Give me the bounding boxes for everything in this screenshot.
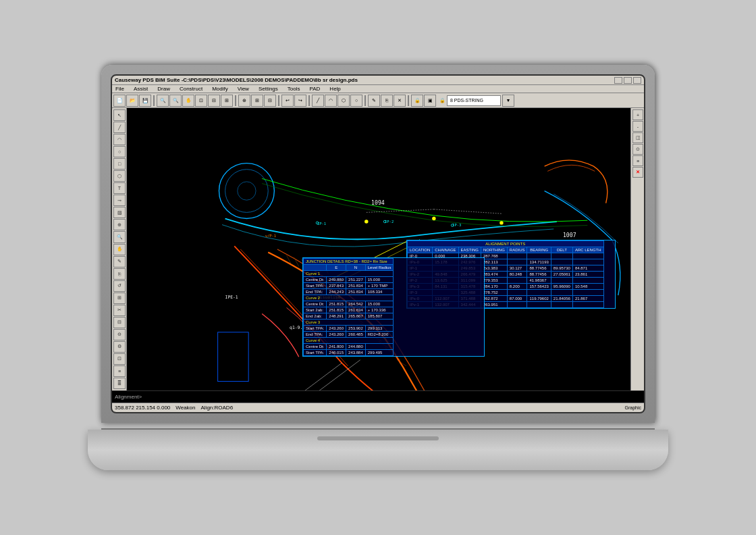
toolbar-arc[interactable]: ◠ — [325, 95, 337, 107]
laptop-base — [88, 430, 668, 470]
toolbar-zoom-out[interactable]: 🔍 — [169, 95, 182, 107]
menu-construct[interactable]: Construct — [178, 86, 205, 92]
junc-col-n: N — [346, 265, 366, 271]
junc-curve2-centre: Centre Dt:251.815264.54215.000 — [304, 301, 394, 307]
close-button[interactable]: ✕ — [633, 77, 641, 84]
right-btn-view[interactable]: ◫ — [632, 132, 643, 143]
menu-file[interactable]: File — [113, 86, 126, 92]
left-btn-snap[interactable]: ⊕ — [113, 219, 126, 230]
right-btn-close[interactable]: ✕ — [632, 167, 643, 178]
toolbar-zoom-all[interactable]: ⊡ — [195, 95, 207, 107]
toolbar-snap[interactable]: ⊕ — [238, 95, 250, 107]
canvas-area[interactable]: 1094 1003 1007 ToI IPE-1 q1-9.d visualis… — [127, 108, 630, 390]
right-btn-zoom-in[interactable]: + — [632, 109, 643, 120]
menu-help[interactable]: Help — [327, 86, 342, 92]
menu-bar: File Assist Draw Construct Modify View S… — [112, 85, 644, 93]
svg-point-24 — [364, 220, 368, 223]
toolbar-circle[interactable]: ○ — [350, 95, 362, 107]
toolbar-sep-3 — [278, 95, 279, 106]
minimize-button[interactable]: — — [614, 77, 622, 84]
svg-text:1094: 1094 — [371, 199, 385, 206]
right-btn-zoom-out[interactable]: - — [632, 121, 643, 132]
toolbar-copy[interactable]: ⎘ — [381, 95, 393, 107]
col-chainage: CHAINAGE — [433, 247, 458, 253]
left-btn-layer[interactable]: ≡ — [113, 365, 126, 377]
left-btn-extend[interactable]: ⊟ — [113, 317, 126, 328]
toolbar-sep-4 — [308, 95, 310, 106]
toolbar-grid[interactable]: ⊞ — [251, 95, 263, 107]
svg-text:IPE-1: IPE-1 — [225, 295, 238, 299]
toolbar-pan[interactable]: ✋ — [182, 95, 194, 107]
junc-curve4-label: Curve 4 — [304, 338, 394, 344]
left-btn-move[interactable]: ✎ — [113, 256, 126, 268]
menu-modify[interactable]: Modify — [210, 86, 230, 92]
left-btn-line[interactable]: ╱ — [113, 122, 126, 133]
svg-point-26 — [500, 221, 503, 224]
lock-icon: 🔒 — [439, 98, 446, 103]
junc-curve3-start: Start TPA:243.260253.902299.313 — [304, 326, 394, 332]
col-delt: DELT — [551, 247, 572, 253]
left-btn-circle[interactable]: ○ — [113, 146, 126, 157]
menu-tools[interactable]: Tools — [286, 86, 302, 92]
left-btn-cursor[interactable]: ↖ — [113, 109, 126, 121]
alignment-table-title: ALIGNMENT POINTS — [408, 241, 604, 247]
left-btn-copy[interactable]: ⎘ — [113, 268, 126, 280]
toolbar-open[interactable]: 📂 — [126, 95, 138, 107]
right-btn-layer[interactable]: ≡ — [632, 155, 643, 166]
svg-text:v/P-1: v/P-1 — [265, 234, 276, 238]
maximize-button[interactable]: □ — [624, 77, 632, 84]
toolbar-zoom-in[interactable]: 🔍 — [157, 95, 169, 107]
col-arc-length: ARC LENGTH — [572, 247, 603, 253]
left-btn-zoom[interactable]: 🔍 — [113, 231, 126, 243]
junc-curve2-end: End 2ab:248.291265.867185.807 — [304, 313, 394, 320]
left-btn-rect[interactable]: □ — [113, 158, 126, 170]
left-btn-trim[interactable]: ✂ — [113, 305, 126, 316]
left-btn-prop[interactable]: ⚙ — [113, 341, 126, 353]
menu-assist[interactable]: Assist — [132, 86, 150, 92]
left-btn-break[interactable]: ⊖ — [113, 329, 126, 340]
toolbar-lock-icon[interactable]: 🔒 — [411, 95, 423, 107]
layer-dropdown[interactable]: 8 PDS-STRING — [447, 95, 501, 106]
left-btn-text[interactable]: T — [113, 182, 126, 194]
junc-curve1-end: End TPA:244.243251.834108.334 — [304, 289, 394, 295]
toolbar-zoom-win[interactable]: ⊟ — [208, 95, 220, 107]
toolbar-ortho[interactable]: ⊟ — [264, 95, 276, 107]
junc-curve4-centre: Centre Dt:241.800244.880 — [304, 344, 394, 350]
toolbar-new[interactable]: 📄 — [113, 95, 126, 107]
left-btn-scale[interactable]: ⊞ — [113, 292, 126, 304]
left-btn-rotate[interactable]: ↺ — [113, 280, 126, 292]
left-btn-poly[interactable]: ⬡ — [113, 170, 126, 182]
left-btn-hatch[interactable]: ▨ — [113, 207, 126, 218]
menu-pad[interactable]: PAD — [308, 86, 323, 92]
toolbar-zoom-prev[interactable]: ⊞ — [221, 95, 233, 107]
command-line[interactable]: Alignment> — [112, 390, 644, 403]
toolbar-undo[interactable]: ↩ — [281, 95, 294, 107]
right-btn-snap[interactable]: ⊙ — [632, 144, 643, 155]
left-btn-attr[interactable]: ≣ — [113, 378, 126, 389]
toolbar-redo[interactable]: ↪ — [294, 95, 306, 107]
left-btn-measure[interactable]: ⊡ — [113, 353, 126, 365]
layer-dropdown-arrow[interactable]: ▼ — [502, 95, 514, 107]
col-bearing: BEARING — [527, 247, 551, 253]
left-btn-dim[interactable]: ⊸ — [113, 195, 126, 206]
menu-draw[interactable]: Draw — [155, 86, 172, 92]
toolbar-color[interactable]: ▣ — [424, 95, 436, 107]
toolbar-line[interactable]: ╱ — [312, 95, 324, 107]
snap-mode: Align:ROAD6 — [201, 405, 234, 411]
menu-view[interactable]: View — [236, 86, 251, 92]
laptop-lid: Causeway PDS BIM Suite -C:\PDS\PDS\V23\M… — [101, 65, 655, 423]
junc-curve2-start: Start 2ab:251.815261.634+ 170.336 — [304, 307, 394, 313]
toolbar-save[interactable]: 💾 — [139, 95, 151, 107]
junc-col-e: E — [327, 265, 346, 271]
left-btn-arc[interactable]: ◠ — [113, 134, 126, 145]
graphic-label: Graphic — [624, 405, 641, 410]
junc-curve1-centre: Centre Dt:249.880251.22715.000 — [304, 277, 394, 283]
main-toolbar: 📄 📂 💾 🔍 🔍 ✋ ⊡ ⊟ ⊞ ⊕ ⊞ ⊟ ↩ ↪ — [112, 93, 644, 108]
toolbar-move[interactable]: ✎ — [368, 95, 380, 107]
left-btn-pan[interactable]: ✋ — [113, 244, 126, 255]
toolbar-delete[interactable]: ✕ — [394, 95, 406, 107]
menu-settings[interactable]: Settings — [256, 86, 280, 92]
svg-text:1007: 1007 — [563, 232, 576, 238]
toolbar-sep-1 — [153, 95, 155, 106]
toolbar-poly[interactable]: ⬡ — [338, 95, 350, 107]
